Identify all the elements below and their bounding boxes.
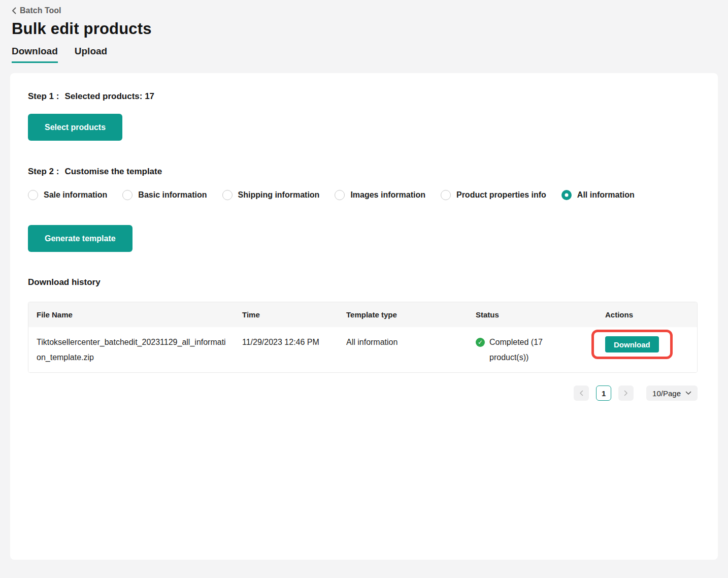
next-page-button[interactable]	[618, 386, 634, 401]
current-page-button[interactable]: 1	[596, 386, 611, 401]
download-history-table: File Name Time Template type Status Acti…	[28, 302, 698, 373]
tab-bar: Download Upload	[12, 46, 728, 63]
step2-title: Step 2 :Customise the template	[28, 167, 700, 177]
column-status: Status	[468, 310, 597, 319]
page-size-value: 10/Page	[652, 389, 681, 398]
chevron-down-icon	[685, 391, 691, 395]
main-card: Step 1 :Selected products: 17 Select pro…	[10, 73, 718, 560]
tab-upload[interactable]: Upload	[75, 46, 107, 63]
step2-text: Customise the template	[64, 167, 162, 176]
file-name-cell: Tiktoksellercenter_batchedit_20231129_al…	[28, 335, 234, 365]
radio-sale-information[interactable]: Sale information	[28, 190, 107, 200]
template-options: Sale information Basic information Shipp…	[28, 190, 700, 200]
template-type-cell: All information	[338, 335, 468, 365]
step1-title: Step 1 :Selected products: 17	[28, 91, 700, 102]
select-products-button[interactable]: Select products	[28, 114, 122, 141]
radio-icon	[222, 190, 233, 200]
table-row: Tiktoksellercenter_batchedit_20231129_al…	[28, 327, 697, 372]
generate-template-button[interactable]: Generate template	[28, 225, 133, 252]
highlight-annotation: Download	[591, 330, 673, 359]
column-actions: Actions	[597, 310, 697, 319]
radio-basic-information[interactable]: Basic information	[122, 190, 207, 200]
page-header: Batch Tool Bulk edit products Download U…	[0, 0, 728, 63]
column-template-type: Template type	[338, 310, 468, 319]
radio-all-information[interactable]: All information	[561, 190, 635, 200]
status-text: Completed (17 product(s))	[489, 335, 560, 365]
radio-images-information[interactable]: Images information	[335, 190, 425, 200]
chevron-right-icon	[624, 390, 628, 396]
back-link[interactable]: Batch Tool	[12, 6, 61, 15]
page-size-select[interactable]: 10/Page	[646, 386, 698, 401]
actions-cell: Download	[597, 335, 697, 365]
tab-download[interactable]: Download	[12, 46, 58, 63]
radio-shipping-information[interactable]: Shipping information	[222, 190, 320, 200]
step1-text: Selected products: 17	[64, 91, 154, 101]
column-time: Time	[234, 310, 338, 319]
step2-label: Step 2 :	[28, 167, 59, 176]
completed-check-icon: ✓	[476, 338, 485, 347]
radio-icon	[28, 190, 38, 200]
chevron-left-icon	[579, 390, 583, 396]
radio-icon	[561, 190, 572, 200]
radio-icon	[441, 190, 451, 200]
table-header: File Name Time Template type Status Acti…	[28, 302, 697, 327]
download-button[interactable]: Download	[605, 336, 659, 352]
radio-icon	[335, 190, 345, 200]
status-cell: ✓ Completed (17 product(s))	[468, 335, 597, 365]
back-label: Batch Tool	[20, 6, 61, 15]
prev-page-button[interactable]	[574, 386, 589, 401]
step1-label: Step 1 :	[28, 91, 59, 101]
chevron-left-icon	[12, 7, 16, 14]
time-cell: 11/29/2023 12:46 PM	[234, 335, 338, 365]
column-file-name: File Name	[28, 310, 234, 319]
download-history-title: Download history	[28, 277, 700, 287]
pagination: 1 10/Page	[28, 386, 698, 401]
radio-product-properties-info[interactable]: Product properties info	[441, 190, 546, 200]
page-title: Bulk edit products	[12, 20, 728, 38]
radio-icon	[122, 190, 133, 200]
